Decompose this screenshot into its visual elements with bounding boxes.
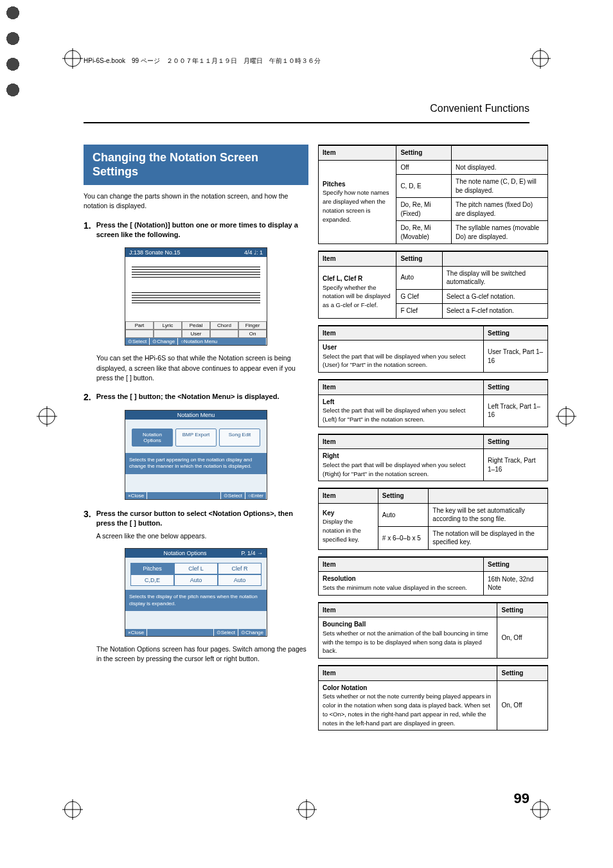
notation-menu-screen: Notation Menu Notation Options BMP Expor… xyxy=(125,410,267,500)
table-right: ItemSetting RightSelect the part that wi… xyxy=(318,434,548,482)
page: HPi-6S-e.book 99 ページ ２００７年１１月１９日 月曜日 午前１… xyxy=(0,0,613,868)
time-sig: 4/4 ♩: 1 xyxy=(244,249,263,256)
tab: Part xyxy=(125,321,154,330)
step-sub: A screen like the one below appears. xyxy=(96,531,308,541)
step-2: 2. Press the [ ] button; the <Notation M… xyxy=(84,392,308,402)
step-1-note: You can set the HPi-6S so that while the… xyxy=(96,353,308,383)
menu-desc: Selects the part appearing on the notati… xyxy=(125,453,267,474)
section-title: Convenient Functions xyxy=(430,103,529,114)
right-column: Item Setting PitchesSpecify how note nam… xyxy=(318,145,548,737)
tab xyxy=(210,330,238,338)
rule xyxy=(84,122,529,123)
step-text: Press the cursor button to select <Notat… xyxy=(96,509,308,540)
step-text: Press the [ ] button; the <Notation Menu… xyxy=(96,392,280,402)
notation-screen: J:138 Sonate No.15 4/4 ♩: 1 Part Lyric P… xyxy=(125,247,267,346)
opts-title: Notation Options xyxy=(164,550,207,556)
step-num: 3. xyxy=(84,509,91,540)
register-mark xyxy=(298,801,315,818)
opts-page: P. 1/4 → xyxy=(241,550,263,556)
table-user: ItemSetting UserSelect the part that wil… xyxy=(318,325,548,373)
step-text: Press the [ (Notation)] button one or mo… xyxy=(96,220,308,240)
tab: User xyxy=(182,330,210,338)
song-title: J:138 Sonate No.15 xyxy=(129,249,181,256)
crop-mark xyxy=(0,0,26,26)
status: ⊙Change xyxy=(238,629,267,636)
tab: On xyxy=(238,330,267,338)
tab xyxy=(125,330,154,338)
opt-cell: Clef L xyxy=(174,563,218,574)
opt-cell: Auto xyxy=(174,574,218,586)
opt-cell: Auto xyxy=(218,574,262,586)
step-1: 1. Press the [ (Notation)] button one or… xyxy=(84,220,308,240)
book-header: HPi-6S-e.book 99 ページ ２００７年１１月１９日 月曜日 午前１… xyxy=(84,57,321,66)
register-mark xyxy=(64,801,81,818)
table-left: ItemSetting LeftSelect the part that wil… xyxy=(318,379,548,427)
register-mark xyxy=(39,408,55,425)
table-color-notation: ItemSetting Color NotationSets whether o… xyxy=(318,665,548,731)
status: ⊙Select xyxy=(125,338,150,345)
crop-mark xyxy=(0,51,26,77)
table-resolution: ItemSetting ResolutionSets the minimum n… xyxy=(318,556,548,596)
notation-options-screen: Notation Options P. 1/4 → Pitches Clef L… xyxy=(125,548,267,637)
menu-title: Notation Menu xyxy=(177,412,215,418)
left-column: Changing the Notation Screen Settings Yo… xyxy=(84,145,308,671)
register-mark xyxy=(64,50,81,67)
table-clef: Item Setting Clef L, Clef RSpecify wheth… xyxy=(318,251,548,319)
status: ⊙Select xyxy=(214,629,238,636)
status: ⊙Change xyxy=(150,338,178,345)
tab: Finger xyxy=(238,321,267,330)
table-key: Item Setting KeyDisplay the notation in … xyxy=(318,488,548,550)
crop-mark xyxy=(0,26,26,51)
status: ○Enter xyxy=(245,492,267,499)
register-mark xyxy=(558,408,574,425)
step-3: 3. Press the cursor button to select <No… xyxy=(84,509,308,540)
intro-text: You can change the parts shown in the no… xyxy=(84,191,308,211)
step-num: 1. xyxy=(84,220,91,240)
crop-mark xyxy=(0,77,26,103)
opt-cell: Clef R xyxy=(218,563,262,574)
menu-item: BMP Export xyxy=(175,429,217,447)
tab xyxy=(154,330,182,338)
menu-item: Notation Options xyxy=(132,429,173,447)
step-num: 2. xyxy=(84,392,91,402)
register-mark xyxy=(532,50,549,67)
status: ⊙Select xyxy=(221,492,245,499)
register-mark xyxy=(532,801,549,818)
opts-desc: Selects the display of the pitch names w… xyxy=(125,590,267,611)
page-number: 99 xyxy=(514,790,529,807)
tab: Pedal xyxy=(182,321,210,330)
status: ○Notation Menu xyxy=(178,338,267,345)
tab: Chord xyxy=(210,321,238,330)
status: ×Close xyxy=(125,492,147,499)
table-pitches: Item Setting PitchesSpecify how note nam… xyxy=(318,145,548,244)
table-bouncing-ball: ItemSetting Bouncing BallSets whether or… xyxy=(318,602,548,659)
opt-cell: C,D,E xyxy=(130,574,174,586)
menu-item: Song Edit xyxy=(219,429,260,447)
banner: Changing the Notation Screen Settings xyxy=(84,145,308,185)
status: ×Close xyxy=(125,629,147,636)
tab: Lyric xyxy=(154,321,182,330)
step-3-tail: The Notation Options screen has four pag… xyxy=(96,644,308,664)
opt-cell: Pitches xyxy=(130,563,174,574)
